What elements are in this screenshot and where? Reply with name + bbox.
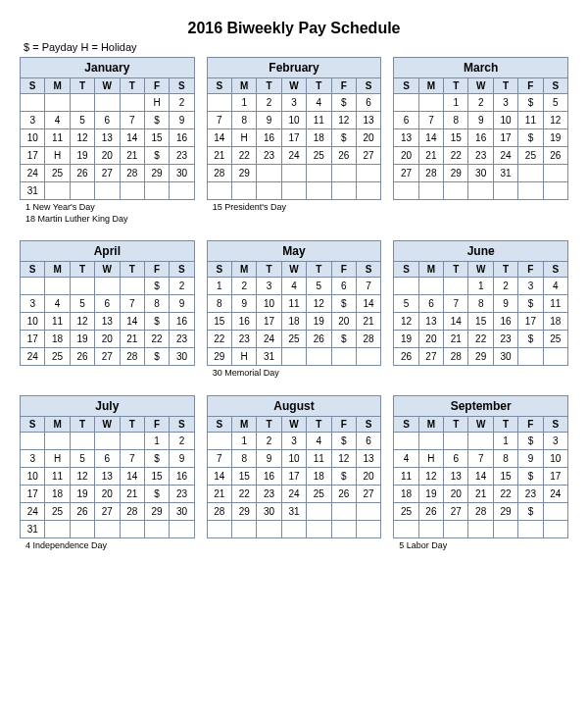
- day-cell: 7: [120, 295, 145, 313]
- day-cell: 4: [44, 112, 70, 129]
- quarter-row: AprilSMTWTFS$234567891011121314$16171819…: [20, 240, 568, 380]
- day-cell: 12: [331, 112, 357, 129]
- day-cell: $: [331, 94, 357, 112]
- day-cell: [44, 433, 70, 450]
- day-cell: 4: [306, 433, 331, 450]
- day-cell: 30: [256, 503, 281, 521]
- day-cell: 27: [418, 348, 444, 366]
- day-cell: 1: [207, 278, 232, 295]
- day-cell: 2: [169, 433, 194, 450]
- dow-cell: T: [493, 417, 518, 433]
- dow-cell: M: [44, 417, 70, 433]
- day-cell: 9: [256, 450, 281, 468]
- dow-cell: W: [94, 417, 120, 433]
- day-cell: 21: [120, 486, 145, 503]
- day-cell: 18: [306, 468, 331, 486]
- day-cell: [207, 94, 232, 112]
- week-row: 4H678910: [393, 450, 568, 468]
- day-cell: 2: [493, 278, 518, 295]
- dow-cell: F: [331, 78, 357, 94]
- day-cell: 19: [393, 331, 418, 348]
- dow-cell: S: [393, 262, 418, 278]
- month-name: January: [20, 57, 195, 78]
- day-cell: 12: [543, 112, 568, 129]
- day-cell: 8: [493, 450, 518, 468]
- day-cell: 8: [443, 112, 468, 129]
- day-cell: [44, 94, 70, 112]
- dow-cell: M: [418, 78, 444, 94]
- dow-row: SMTWTFS: [20, 262, 195, 278]
- dow-cell: S: [169, 262, 194, 278]
- day-cell: $: [144, 450, 170, 468]
- month-block: AugustSMTWTFS1234$6789101112131415161718…: [207, 395, 382, 552]
- day-cell: 22: [231, 147, 257, 165]
- day-cell: 11: [306, 112, 331, 129]
- month-name: August: [207, 395, 382, 417]
- week-row: 56789$11: [393, 295, 568, 313]
- note-line: 15 President's Day: [213, 202, 382, 214]
- day-cell: 7: [418, 112, 444, 129]
- day-cell: [393, 521, 418, 538]
- week-row: 17181920212223: [20, 331, 195, 348]
- dow-cell: T: [493, 262, 518, 278]
- dow-cell: W: [281, 417, 307, 433]
- week-row: $2: [20, 278, 195, 295]
- week-row: 1415161718$20: [207, 468, 382, 486]
- dow-cell: T: [306, 417, 331, 433]
- day-cell: 20: [94, 486, 120, 503]
- dow-cell: T: [70, 417, 95, 433]
- note-line: 5 Labor Day: [399, 540, 568, 552]
- day-cell: 17: [281, 129, 307, 147]
- day-cell: 23: [231, 331, 257, 348]
- day-cell: [543, 348, 568, 366]
- day-cell: [306, 182, 331, 200]
- day-cell: [306, 348, 331, 366]
- dow-cell: W: [94, 262, 120, 278]
- dow-row: SMTWTFS: [20, 417, 195, 433]
- dow-cell: T: [443, 417, 468, 433]
- day-cell: 28: [207, 503, 232, 521]
- day-cell: 28: [207, 165, 232, 182]
- day-cell: 20: [331, 313, 357, 331]
- day-cell: 12: [331, 450, 357, 468]
- day-cell: [231, 521, 257, 538]
- day-cell: 16: [493, 313, 518, 331]
- day-cell: H: [144, 94, 170, 112]
- day-cell: 21: [207, 147, 232, 165]
- day-cell: [517, 165, 543, 182]
- week-row: 1011121314$16: [20, 313, 195, 331]
- day-cell: 28: [418, 165, 444, 182]
- dow-cell: F: [331, 417, 357, 433]
- dow-cell: S: [20, 417, 45, 433]
- day-cell: [467, 182, 493, 200]
- day-cell: 20: [393, 147, 418, 165]
- day-cell: 14: [120, 129, 145, 147]
- day-cell: 23: [256, 486, 281, 503]
- day-cell: 17: [256, 313, 281, 331]
- day-cell: [493, 521, 518, 538]
- day-cell: 3: [493, 94, 518, 112]
- day-cell: 14: [120, 313, 145, 331]
- dow-cell: W: [281, 262, 307, 278]
- day-cell: 31: [20, 521, 45, 538]
- month-name: September: [393, 395, 568, 417]
- day-cell: [443, 182, 468, 200]
- week-row: H2: [20, 94, 195, 112]
- day-cell: [44, 182, 70, 200]
- day-cell: 5: [70, 450, 95, 468]
- day-cell: 3: [281, 433, 307, 450]
- day-cell: 5: [543, 94, 568, 112]
- dow-cell: T: [493, 78, 518, 94]
- day-cell: 18: [306, 129, 331, 147]
- dow-cell: F: [517, 417, 543, 433]
- day-cell: [281, 165, 307, 182]
- day-cell: [70, 278, 95, 295]
- day-cell: 15: [231, 468, 257, 486]
- day-cell: [20, 278, 45, 295]
- day-cell: [281, 348, 307, 366]
- dow-cell: M: [231, 417, 257, 433]
- dow-cell: T: [120, 78, 145, 94]
- dow-cell: T: [120, 262, 145, 278]
- month-name: February: [207, 57, 382, 78]
- day-cell: [20, 433, 45, 450]
